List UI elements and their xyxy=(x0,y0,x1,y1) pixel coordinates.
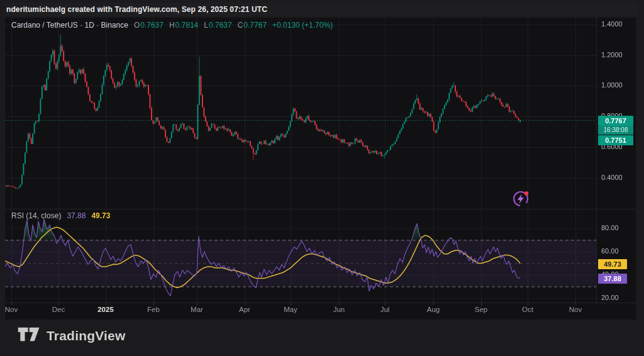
current-price-badge: 0.7767 xyxy=(598,116,633,126)
time-axis-label-dec: Dec xyxy=(45,306,72,313)
time-axis-label-sep: Sep xyxy=(467,306,495,313)
tradingview-wordmark[interactable]: TradingView xyxy=(47,328,126,343)
time-axis-label-mar: Mar xyxy=(183,306,211,313)
rsi-axis-label-80.00: 80.00 xyxy=(601,224,619,231)
rsi-axis-label-60.00: 60.00 xyxy=(601,247,619,255)
time-axis-label-2025: 2025 xyxy=(92,306,119,313)
time-axis-label-jul: Jul xyxy=(371,306,399,313)
time-axis[interactable]: NovDec2025FebMarAprMayJunJulAugSepOctNov xyxy=(0,303,636,319)
price-axis-label-1.2000: 1.2000 xyxy=(601,51,623,58)
rsi-title: RSI (14, close) xyxy=(11,211,61,220)
rsi-indicator-legend[interactable]: RSI (14, close) 37.88 49.73 xyxy=(11,211,110,220)
prev-price-badge: 0.7751 xyxy=(598,135,633,145)
flash-icon[interactable] xyxy=(511,189,531,209)
time-axis-label-oct: Oct xyxy=(514,306,541,313)
ohlc-close: C0.7767 xyxy=(238,21,267,30)
rsi-value: 37.88 xyxy=(67,211,86,220)
symbol-title: Cardano / TetherUS · 1D · Binance xyxy=(11,21,128,30)
time-axis-label-aug: Aug xyxy=(419,306,447,313)
ohlc-open: O0.7637 xyxy=(134,21,164,30)
symbol-legend[interactable]: Cardano / TetherUS · 1D · Binance O0.763… xyxy=(11,21,333,30)
price-axis-label-1.4000: 1.4000 xyxy=(601,20,623,28)
time-axis-label-apr: Apr xyxy=(231,306,258,313)
price-axis[interactable]: 0.7767 16:38:08 0.7751 49.73 37.88 1.400… xyxy=(596,18,636,320)
tradingview-snapshot: nderitumichaelg created with TradingView… xyxy=(0,0,644,356)
rsi-ma-badge: 49.73 xyxy=(598,259,627,269)
ohlc-low: L0.7637 xyxy=(204,21,231,30)
price-change: +0.0130 (+1.70%) xyxy=(272,21,333,30)
ohlc-high: H0.7814 xyxy=(169,21,198,30)
rsi-ma-value: 49.73 xyxy=(91,211,110,220)
attribution-text: nderitumichaelg created with TradingView… xyxy=(6,5,267,14)
bar-countdown-badge: 16:38:08 xyxy=(598,126,633,135)
price-axis-label-1.0000: 1.0000 xyxy=(601,81,623,89)
time-axis-label-may: May xyxy=(277,306,304,313)
footer: TradingView xyxy=(18,326,126,345)
time-axis-label-jun: Jun xyxy=(325,306,353,313)
time-axis-label-nov: Nov xyxy=(562,306,589,313)
rsi-axis-label-20.00: 20.00 xyxy=(601,294,619,301)
time-axis-label-feb: Feb xyxy=(140,306,167,313)
attribution-bar: nderitumichaelg created with TradingView… xyxy=(5,3,637,16)
rsi-value-badge: 37.88 xyxy=(598,274,627,284)
price-axis-label-0.4000: 0.4000 xyxy=(601,174,623,181)
time-axis-label-nov: Nov xyxy=(0,306,25,313)
tradingview-logo-icon[interactable] xyxy=(18,326,40,345)
